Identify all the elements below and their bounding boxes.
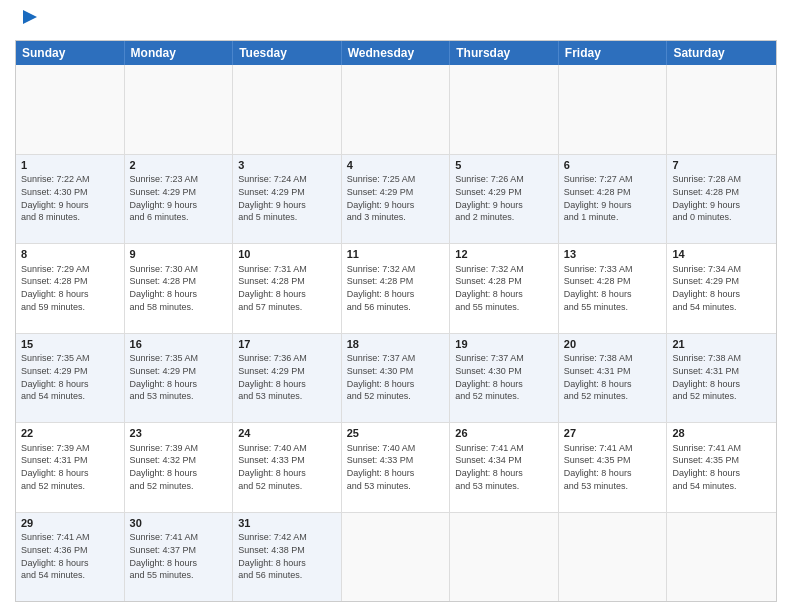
cell-info: Sunrise: 7:29 AMSunset: 4:28 PMDaylight:… xyxy=(21,263,119,313)
calendar-cell xyxy=(16,65,125,154)
calendar: Sunday Monday Tuesday Wednesday Thursday… xyxy=(15,40,777,602)
calendar-cell: 28Sunrise: 7:41 AMSunset: 4:35 PMDayligh… xyxy=(667,423,776,512)
cell-info: Sunrise: 7:41 AMSunset: 4:36 PMDaylight:… xyxy=(21,531,119,581)
calendar-cell: 23Sunrise: 7:39 AMSunset: 4:32 PMDayligh… xyxy=(125,423,234,512)
day-monday: Monday xyxy=(125,41,234,65)
calendar-cell: 10Sunrise: 7:31 AMSunset: 4:28 PMDayligh… xyxy=(233,244,342,333)
calendar-row: 15Sunrise: 7:35 AMSunset: 4:29 PMDayligh… xyxy=(16,334,776,424)
calendar-cell: 26Sunrise: 7:41 AMSunset: 4:34 PMDayligh… xyxy=(450,423,559,512)
logo xyxy=(15,10,41,32)
day-number: 29 xyxy=(21,516,119,531)
cell-info: Sunrise: 7:35 AMSunset: 4:29 PMDaylight:… xyxy=(130,352,228,402)
cell-info: Sunrise: 7:41 AMSunset: 4:35 PMDaylight:… xyxy=(672,442,771,492)
logo-text xyxy=(15,10,41,32)
calendar-cell: 9Sunrise: 7:30 AMSunset: 4:28 PMDaylight… xyxy=(125,244,234,333)
day-number: 5 xyxy=(455,158,553,173)
cell-info: Sunrise: 7:32 AMSunset: 4:28 PMDaylight:… xyxy=(455,263,553,313)
cell-info: Sunrise: 7:40 AMSunset: 4:33 PMDaylight:… xyxy=(238,442,336,492)
cell-info: Sunrise: 7:27 AMSunset: 4:28 PMDaylight:… xyxy=(564,173,662,223)
calendar-cell: 3Sunrise: 7:24 AMSunset: 4:29 PMDaylight… xyxy=(233,155,342,244)
calendar-cell: 4Sunrise: 7:25 AMSunset: 4:29 PMDaylight… xyxy=(342,155,451,244)
calendar-cell xyxy=(559,65,668,154)
calendar-cell xyxy=(450,513,559,602)
calendar-cell: 21Sunrise: 7:38 AMSunset: 4:31 PMDayligh… xyxy=(667,334,776,423)
calendar-body: 1Sunrise: 7:22 AMSunset: 4:30 PMDaylight… xyxy=(16,65,776,601)
header xyxy=(15,10,777,32)
day-tuesday: Tuesday xyxy=(233,41,342,65)
cell-info: Sunrise: 7:30 AMSunset: 4:28 PMDaylight:… xyxy=(130,263,228,313)
cell-info: Sunrise: 7:42 AMSunset: 4:38 PMDaylight:… xyxy=(238,531,336,581)
calendar-row xyxy=(16,65,776,155)
calendar-cell: 24Sunrise: 7:40 AMSunset: 4:33 PMDayligh… xyxy=(233,423,342,512)
day-number: 21 xyxy=(672,337,771,352)
calendar-cell xyxy=(559,513,668,602)
day-saturday: Saturday xyxy=(667,41,776,65)
calendar-cell: 20Sunrise: 7:38 AMSunset: 4:31 PMDayligh… xyxy=(559,334,668,423)
calendar-cell: 13Sunrise: 7:33 AMSunset: 4:28 PMDayligh… xyxy=(559,244,668,333)
cell-info: Sunrise: 7:26 AMSunset: 4:29 PMDaylight:… xyxy=(455,173,553,223)
calendar-cell: 7Sunrise: 7:28 AMSunset: 4:28 PMDaylight… xyxy=(667,155,776,244)
calendar-cell: 27Sunrise: 7:41 AMSunset: 4:35 PMDayligh… xyxy=(559,423,668,512)
calendar-cell xyxy=(667,513,776,602)
calendar-cell: 22Sunrise: 7:39 AMSunset: 4:31 PMDayligh… xyxy=(16,423,125,512)
day-number: 15 xyxy=(21,337,119,352)
day-number: 13 xyxy=(564,247,662,262)
cell-info: Sunrise: 7:28 AMSunset: 4:28 PMDaylight:… xyxy=(672,173,771,223)
day-number: 23 xyxy=(130,426,228,441)
day-number: 27 xyxy=(564,426,662,441)
cell-info: Sunrise: 7:36 AMSunset: 4:29 PMDaylight:… xyxy=(238,352,336,402)
calendar-cell: 1Sunrise: 7:22 AMSunset: 4:30 PMDaylight… xyxy=(16,155,125,244)
calendar-row: 22Sunrise: 7:39 AMSunset: 4:31 PMDayligh… xyxy=(16,423,776,513)
page: Sunday Monday Tuesday Wednesday Thursday… xyxy=(0,0,792,612)
cell-info: Sunrise: 7:23 AMSunset: 4:29 PMDaylight:… xyxy=(130,173,228,223)
calendar-cell: 29Sunrise: 7:41 AMSunset: 4:36 PMDayligh… xyxy=(16,513,125,602)
day-number: 28 xyxy=(672,426,771,441)
svg-marker-0 xyxy=(23,10,37,24)
day-number: 17 xyxy=(238,337,336,352)
calendar-cell xyxy=(342,513,451,602)
day-wednesday: Wednesday xyxy=(342,41,451,65)
calendar-cell xyxy=(233,65,342,154)
calendar-cell: 8Sunrise: 7:29 AMSunset: 4:28 PMDaylight… xyxy=(16,244,125,333)
calendar-row: 29Sunrise: 7:41 AMSunset: 4:36 PMDayligh… xyxy=(16,513,776,602)
day-number: 22 xyxy=(21,426,119,441)
day-number: 26 xyxy=(455,426,553,441)
calendar-cell: 5Sunrise: 7:26 AMSunset: 4:29 PMDaylight… xyxy=(450,155,559,244)
calendar-cell: 15Sunrise: 7:35 AMSunset: 4:29 PMDayligh… xyxy=(16,334,125,423)
cell-info: Sunrise: 7:24 AMSunset: 4:29 PMDaylight:… xyxy=(238,173,336,223)
day-number: 20 xyxy=(564,337,662,352)
calendar-cell: 2Sunrise: 7:23 AMSunset: 4:29 PMDaylight… xyxy=(125,155,234,244)
cell-info: Sunrise: 7:41 AMSunset: 4:35 PMDaylight:… xyxy=(564,442,662,492)
day-number: 14 xyxy=(672,247,771,262)
cell-info: Sunrise: 7:41 AMSunset: 4:34 PMDaylight:… xyxy=(455,442,553,492)
cell-info: Sunrise: 7:25 AMSunset: 4:29 PMDaylight:… xyxy=(347,173,445,223)
cell-info: Sunrise: 7:38 AMSunset: 4:31 PMDaylight:… xyxy=(672,352,771,402)
day-number: 3 xyxy=(238,158,336,173)
cell-info: Sunrise: 7:40 AMSunset: 4:33 PMDaylight:… xyxy=(347,442,445,492)
calendar-header: Sunday Monday Tuesday Wednesday Thursday… xyxy=(16,41,776,65)
day-number: 18 xyxy=(347,337,445,352)
day-friday: Friday xyxy=(559,41,668,65)
calendar-cell xyxy=(667,65,776,154)
cell-info: Sunrise: 7:37 AMSunset: 4:30 PMDaylight:… xyxy=(347,352,445,402)
cell-info: Sunrise: 7:32 AMSunset: 4:28 PMDaylight:… xyxy=(347,263,445,313)
day-number: 11 xyxy=(347,247,445,262)
cell-info: Sunrise: 7:39 AMSunset: 4:31 PMDaylight:… xyxy=(21,442,119,492)
day-number: 1 xyxy=(21,158,119,173)
day-number: 30 xyxy=(130,516,228,531)
calendar-cell xyxy=(125,65,234,154)
day-number: 10 xyxy=(238,247,336,262)
cell-info: Sunrise: 7:22 AMSunset: 4:30 PMDaylight:… xyxy=(21,173,119,223)
cell-info: Sunrise: 7:39 AMSunset: 4:32 PMDaylight:… xyxy=(130,442,228,492)
calendar-cell: 17Sunrise: 7:36 AMSunset: 4:29 PMDayligh… xyxy=(233,334,342,423)
day-number: 24 xyxy=(238,426,336,441)
cell-info: Sunrise: 7:34 AMSunset: 4:29 PMDaylight:… xyxy=(672,263,771,313)
calendar-cell xyxy=(342,65,451,154)
calendar-cell: 30Sunrise: 7:41 AMSunset: 4:37 PMDayligh… xyxy=(125,513,234,602)
day-number: 6 xyxy=(564,158,662,173)
calendar-row: 1Sunrise: 7:22 AMSunset: 4:30 PMDaylight… xyxy=(16,155,776,245)
calendar-cell xyxy=(450,65,559,154)
calendar-cell: 11Sunrise: 7:32 AMSunset: 4:28 PMDayligh… xyxy=(342,244,451,333)
logo-arrow-icon xyxy=(19,6,41,28)
day-number: 8 xyxy=(21,247,119,262)
